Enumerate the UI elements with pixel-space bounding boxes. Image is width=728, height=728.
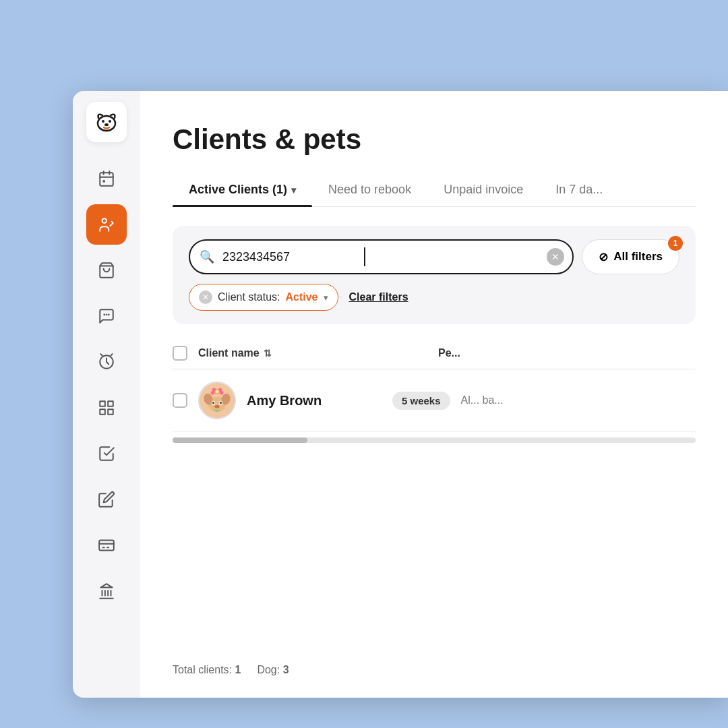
svg-rect-20 <box>100 409 105 415</box>
col-header-client-name: Client name ⇅ <box>198 347 427 359</box>
svg-point-43 <box>220 391 224 395</box>
sidebar-item-reminders[interactable] <box>86 342 127 382</box>
sidebar-item-messages[interactable] <box>86 296 127 336</box>
select-all-checkbox[interactable] <box>173 346 187 361</box>
sidebar-item-shop[interactable] <box>86 250 127 291</box>
svg-rect-22 <box>99 540 114 550</box>
clear-filters-button[interactable]: Clear filters <box>349 291 408 303</box>
svg-point-38 <box>214 405 219 408</box>
sidebar-item-reports[interactable] <box>86 433 127 474</box>
client-status-filter-chip[interactable]: ✕ Client status: Active ▾ <box>189 284 338 311</box>
main-content: Clients & pets Active Clients (1) ▾ Need… <box>140 91 728 698</box>
sidebar-item-clients[interactable] <box>86 204 127 245</box>
horizontal-scrollbar[interactable] <box>173 437 696 443</box>
client-avatar <box>198 382 236 419</box>
svg-marker-29 <box>100 584 112 587</box>
filter-badge-count: 1 <box>668 236 683 251</box>
client-name: Amy Brown <box>247 393 382 408</box>
sidebar-item-edit[interactable] <box>86 479 127 520</box>
svg-point-2 <box>102 120 104 123</box>
text-cursor <box>364 247 365 266</box>
svg-point-36 <box>212 402 214 404</box>
sidebar-item-calendar[interactable] <box>86 158 127 199</box>
search-input-wrapper: 🔍 ✕ <box>189 239 574 274</box>
client-table: Client name ⇅ Pe... <box>173 338 696 650</box>
sort-icon[interactable]: ⇅ <box>264 348 272 359</box>
col-header-pet: Pe... <box>438 347 696 359</box>
avatar-image <box>200 383 235 418</box>
sidebar-item-bank[interactable] <box>86 571 127 611</box>
svg-line-17 <box>111 354 113 355</box>
dog-count-label: Dog: 3 <box>257 664 289 676</box>
tab-in-7-days[interactable]: In 7 da... <box>539 175 619 206</box>
all-filters-button[interactable]: ⊘ All filters 1 <box>582 239 679 274</box>
weeks-badge: 5 weeks <box>392 392 450 410</box>
sidebar-item-billing[interactable] <box>86 525 127 566</box>
table-footer: Total clients: 1 Dog: 3 <box>173 664 696 676</box>
svg-point-42 <box>211 391 215 395</box>
chip-chevron-icon: ▾ <box>324 293 328 303</box>
table-header: Client name ⇅ Pe... <box>173 338 696 369</box>
svg-line-16 <box>100 354 102 355</box>
svg-point-4 <box>104 123 109 126</box>
svg-rect-9 <box>103 180 105 182</box>
sidebar-item-layout[interactable] <box>86 388 127 428</box>
filter-icon: ⊘ <box>599 250 608 264</box>
chip-label: Client status: <box>218 291 280 303</box>
tab-unpaid-invoice[interactable]: Unpaid invoice <box>427 175 539 206</box>
total-clients-label: Total clients: 1 <box>173 664 241 676</box>
svg-rect-5 <box>100 173 113 186</box>
filter-chips-row: ✕ Client status: Active ▾ Clear filters <box>189 284 679 311</box>
page-title: Clients & pets <box>173 123 696 156</box>
tab-dropdown-icon: ▾ <box>291 185 296 195</box>
search-area: 🔍 ✕ ⊘ All filters 1 ✕ Client status: Act… <box>173 226 696 324</box>
svg-point-3 <box>109 120 111 123</box>
tab-active-clients[interactable]: Active Clients (1) ▾ <box>173 175 312 206</box>
tabs-bar: Active Clients (1) ▾ Need to rebook Unpa… <box>173 175 696 207</box>
tab-need-to-rebook[interactable]: Need to rebook <box>312 175 427 206</box>
search-input[interactable] <box>189 239 574 274</box>
app-logo[interactable] <box>86 102 127 142</box>
table-row[interactable]: Amy Brown 5 weeks Al... ba... <box>173 369 696 432</box>
svg-point-37 <box>220 402 222 404</box>
pet-column-value: Al... ba... <box>461 394 696 406</box>
svg-rect-19 <box>108 401 113 406</box>
svg-rect-18 <box>100 401 105 406</box>
svg-point-10 <box>102 218 107 223</box>
scrollbar-thumb[interactable] <box>173 437 307 443</box>
search-row: 🔍 ✕ ⊘ All filters 1 <box>189 239 679 274</box>
svg-point-44 <box>215 390 219 394</box>
svg-rect-21 <box>108 409 113 415</box>
row-checkbox[interactable] <box>173 393 187 408</box>
chip-remove-icon[interactable]: ✕ <box>199 291 212 304</box>
chip-value: Active <box>285 291 317 303</box>
sidebar <box>73 91 140 698</box>
